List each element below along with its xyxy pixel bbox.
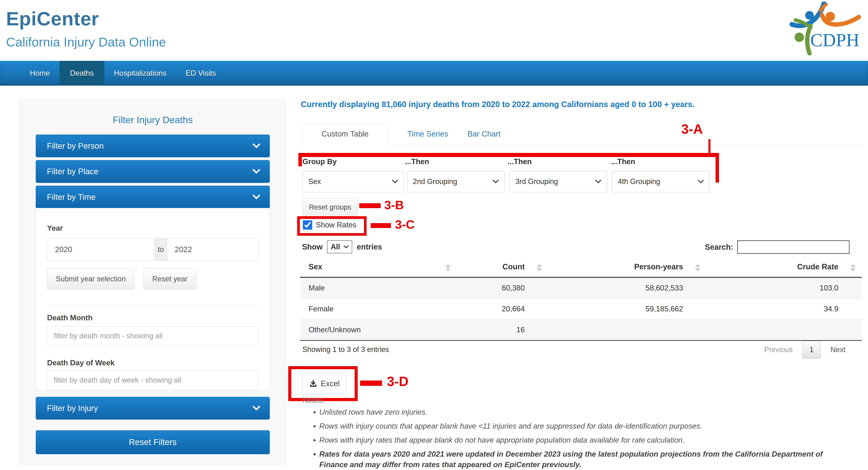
chevron-down-icon: [595, 179, 601, 183]
nav-home[interactable]: Home: [20, 61, 60, 86]
download-icon: [309, 379, 317, 388]
column-header-person-years[interactable]: Person-years: [548, 260, 706, 277]
note-item: Unlisted rows have zero injuries.: [319, 407, 823, 417]
cell-sex: Male: [300, 277, 457, 299]
tab-custom-table[interactable]: Custom Table: [302, 123, 388, 145]
filter-panel-title: Filter Injury Deaths: [20, 114, 286, 125]
column-header-count-label: Count: [502, 263, 525, 271]
filter-panel: Filter Injury Deaths Filter by Person Fi…: [19, 99, 286, 465]
column-header-sex[interactable]: Sex: [300, 260, 457, 277]
entries-row: Show All entries: [302, 240, 382, 254]
group-by-select-4-value: 4th Grouping: [618, 177, 660, 186]
cdph-logo: CDPH: [786, 2, 864, 58]
group-by-select-3[interactable]: 3rd Grouping: [509, 171, 607, 192]
show-entries-label: Show: [302, 243, 322, 251]
main-content: Currently displaying 81,060 injury death…: [300, 99, 862, 470]
accordion-filter-by-place[interactable]: Filter by Place: [36, 160, 270, 183]
group-by-select-4[interactable]: 4th Grouping: [612, 171, 710, 192]
search-row: Search:: [705, 240, 849, 254]
chevron-down-icon: [253, 195, 260, 199]
table-row: Female 20,664 59,185,662 34.9: [300, 299, 862, 320]
year-label: Year: [47, 224, 63, 232]
death-month-label: Death Month: [47, 313, 93, 322]
cdph-logo-image: CDPH: [786, 2, 864, 58]
death-day-of-week-input[interactable]: [47, 370, 258, 390]
search-input[interactable]: [737, 240, 849, 254]
notes-list: Unlisted rows have zero injuries. Rows w…: [319, 407, 823, 470]
annotation-3a-label: 3-A: [681, 121, 703, 137]
note-item: Rows with injury rates that appear blank…: [319, 435, 823, 445]
brand: EpiCenter California Injury Data Online: [6, 8, 166, 49]
header: EpiCenter California Injury Data Online …: [0, 0, 868, 61]
entries-length-value: All: [331, 243, 340, 251]
chevron-down-icon: [253, 406, 260, 410]
submit-year-button[interactable]: Submit year selection: [47, 268, 134, 290]
group-by-select-2[interactable]: 2nd Grouping: [407, 171, 505, 192]
annotation-3a-connector: [708, 139, 711, 153]
next-page-button[interactable]: Next: [831, 345, 845, 354]
notes-title: Notes:: [303, 396, 324, 404]
showing-entries-text: Showing 1 to 3 of 3 entries: [303, 345, 389, 354]
annotation-3a-left-tick: [299, 153, 302, 166]
sort-icon: [850, 264, 856, 271]
death-month-input[interactable]: [47, 326, 258, 346]
cell-person-years: 58,602,533: [548, 277, 706, 299]
show-rates-row: Show Rates: [303, 220, 356, 230]
excel-export-button[interactable]: Excel: [303, 372, 346, 395]
then-label-3: ...Then: [507, 158, 532, 166]
group-by-select-2-value: 2nd Grouping: [413, 177, 457, 186]
annotation-3b-label: 3-B: [384, 198, 404, 212]
show-rates-label: Show Rates: [316, 221, 356, 229]
column-header-count[interactable]: Count: [457, 260, 548, 277]
cell-crude-rate: 103.0: [706, 277, 862, 299]
reset-year-button[interactable]: Reset year: [144, 268, 196, 290]
table-row: Male 60,380 58,602,533 103.0: [300, 277, 862, 299]
page-number-button[interactable]: 1: [802, 341, 821, 359]
year-from-input[interactable]: [47, 238, 155, 261]
tab-time-series[interactable]: Time Series: [407, 130, 448, 138]
cell-sex: Other/Unknown: [300, 320, 457, 341]
annotation-3d-dash: [360, 380, 382, 386]
group-by-select-1[interactable]: Sex: [303, 171, 404, 192]
tab-bar: Custom Table Time Series Bar Chart: [300, 123, 862, 145]
year-range-group: to: [47, 238, 258, 261]
entries-suffix-label: entries: [356, 243, 382, 251]
search-label: Search:: [705, 243, 733, 251]
table-row: Other/Unknown 16: [300, 320, 862, 341]
reset-filters-button[interactable]: Reset Filters: [36, 430, 270, 454]
cell-person-years: 59,185,662: [548, 299, 706, 320]
accordion-filter-by-person[interactable]: Filter by Person: [36, 134, 270, 157]
reset-groups-button[interactable]: Reset groups: [303, 198, 358, 216]
note-item: Rates for data years 2020 and 2021 were …: [319, 449, 823, 470]
accordion-filter-by-time-label: Filter by Time: [47, 193, 96, 202]
previous-page-button[interactable]: Previous: [764, 345, 793, 354]
accordion-filter-by-person-label: Filter by Person: [47, 141, 104, 150]
chevron-down-icon: [253, 169, 260, 174]
column-header-crude-rate[interactable]: Crude Rate: [706, 260, 862, 277]
nav-deaths[interactable]: Deaths: [60, 61, 104, 86]
cell-count: 60,380: [457, 277, 548, 299]
accordion-filter-by-time[interactable]: Filter by Time: [36, 186, 270, 208]
epicenter-page: EpiCenter California Injury Data Online …: [0, 0, 868, 470]
nav-ed-visits[interactable]: ED Visits: [176, 61, 225, 86]
show-rates-checkbox[interactable]: [303, 220, 312, 230]
excel-export-label: Excel: [321, 379, 340, 388]
year-to-connector: to: [154, 238, 167, 261]
cell-count: 16: [457, 320, 548, 341]
accordion-filter-by-injury[interactable]: Filter by Injury: [36, 397, 270, 419]
then-label-2: ...Then: [405, 158, 429, 166]
sort-icon: [695, 264, 701, 271]
table-header-row: Sex Count Person-years Crude Rate: [300, 260, 862, 277]
column-header-crude-rate-label: Crude Rate: [797, 263, 838, 271]
results-table: Sex Count Person-years Crude Rate Male 6…: [300, 260, 862, 341]
main-nav: Home Deaths Hospitalizations ED Visits: [0, 61, 868, 86]
column-header-person-years-label: Person-years: [634, 263, 683, 271]
year-to-input[interactable]: [167, 238, 258, 261]
sort-icon: [537, 264, 542, 271]
tab-bar-chart[interactable]: Bar Chart: [467, 130, 501, 138]
chevron-down-icon: [698, 179, 704, 183]
nav-hospitalizations[interactable]: Hospitalizations: [104, 61, 176, 86]
entries-length-select[interactable]: All: [327, 240, 352, 254]
accordion-filter-by-injury-label: Filter by Injury: [47, 404, 98, 413]
pagination: Previous 1 Next: [764, 341, 845, 359]
